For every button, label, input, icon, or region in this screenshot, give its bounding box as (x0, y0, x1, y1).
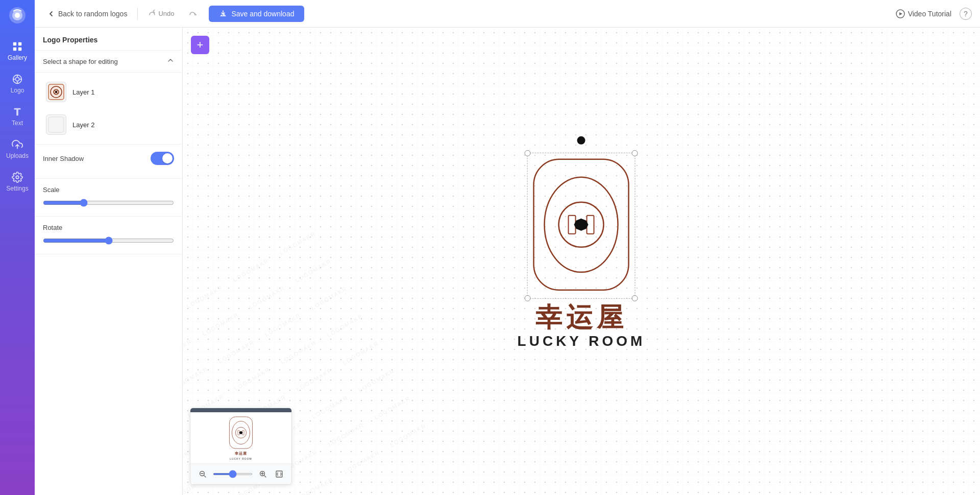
fit-screen-button[interactable] (273, 468, 285, 480)
logo-text-en: LUCKY ROOM (518, 332, 646, 350)
inner-shadow-section: Inner Shadow (35, 145, 182, 179)
selection-box (527, 152, 635, 298)
scale-section: Scale (35, 179, 182, 217)
thumbnail-logo (227, 415, 255, 450)
layer-1-name: Layer 1 (72, 88, 94, 96)
sidebar-item-settings-label: Settings (6, 185, 28, 192)
handle-bl[interactable] (525, 295, 531, 301)
rotate-section: Rotate (35, 217, 182, 254)
svg-rect-43 (276, 471, 282, 477)
save-button-label: Save and download (231, 10, 294, 18)
layer-1-item[interactable]: Layer 1 (41, 78, 176, 106)
app-logo (6, 4, 29, 27)
save-button[interactable]: Save and download (209, 6, 304, 22)
layer-2-item[interactable]: Layer 2 (41, 110, 176, 139)
svg-marker-29 (574, 218, 589, 230)
inner-shadow-row: Inner Shadow (43, 152, 174, 165)
properties-panel: Logo Properties Select a shape for editi… (35, 28, 183, 495)
zoom-in-button[interactable] (257, 468, 269, 480)
sidebar-item-gallery[interactable]: Gallery (0, 35, 35, 67)
logo-canvas[interactable]: 幸运屋 LUCKY ROOM (518, 152, 646, 350)
layers-list: Layer 1 Layer 2 (35, 73, 182, 145)
video-tutorial-label: Video Tutorial (908, 10, 951, 18)
handle-tr[interactable] (632, 150, 638, 156)
handle-br[interactable] (632, 295, 638, 301)
svg-rect-6 (18, 48, 21, 51)
help-button[interactable]: ? (960, 8, 972, 20)
svg-rect-23 (48, 117, 64, 132)
add-button-label: + (197, 39, 204, 51)
sidebar-item-text[interactable]: Text (0, 100, 35, 133)
layer-2-thumb (46, 114, 66, 135)
rotate-label: Rotate (43, 224, 174, 231)
sidebar-nav: Gallery Logo Text Uploads Settings (0, 0, 35, 495)
shape-selector[interactable]: Select a shape for editing (35, 51, 182, 73)
rotation-handle[interactable] (577, 136, 585, 144)
redo-button[interactable] (184, 7, 203, 20)
inner-shadow-toggle[interactable] (151, 152, 174, 165)
svg-point-8 (15, 77, 19, 81)
selection-container (527, 152, 635, 298)
svg-point-14 (16, 176, 19, 179)
back-button-label: Back to random logos (58, 10, 127, 18)
svg-marker-16 (899, 12, 902, 15)
logo-text-cn: 幸运屋 (535, 302, 627, 332)
layer-2-name: Layer 2 (72, 121, 94, 129)
topbar-right: Video Tutorial ? (896, 8, 972, 20)
scale-slider-container (43, 199, 174, 209)
chevron-up-icon (167, 57, 174, 66)
video-tutorial-button[interactable]: Video Tutorial (896, 9, 951, 18)
back-button[interactable]: Back to random logos (43, 7, 131, 21)
thumbnail-content: 幸运屋 LUCKY ROOM (190, 412, 291, 463)
svg-rect-5 (13, 48, 16, 51)
sidebar-item-uploads[interactable]: Uploads (0, 133, 35, 166)
logo-graphic (528, 153, 635, 296)
topbar-divider (137, 8, 138, 20)
canvas-area[interactable]: LOGOMAKR LOGOMAKR LOGOMAKR LOGOMAKR LOGO… (183, 28, 980, 495)
rotate-slider[interactable] (43, 237, 174, 245)
panel-title: Logo Properties (35, 28, 182, 51)
zoom-out-button[interactable] (197, 468, 209, 480)
thumbnail-footer (190, 463, 291, 484)
sidebar-item-gallery-label: Gallery (8, 54, 27, 61)
svg-point-2 (15, 13, 20, 18)
thumbnail-panel: 幸运屋 LUCKY ROOM (190, 408, 292, 485)
svg-rect-4 (18, 42, 21, 45)
layer-1-thumb (46, 82, 66, 102)
sidebar-item-text-label: Text (12, 120, 23, 127)
topbar: Back to random logos Undo Save and downl… (35, 0, 980, 28)
scale-label: Scale (43, 186, 174, 194)
add-button[interactable]: + (191, 36, 209, 54)
sidebar-item-logo[interactable]: Logo (0, 67, 35, 100)
thumbnail-header-bar (190, 408, 291, 412)
undo-button[interactable]: Undo (144, 7, 178, 20)
shape-selector-label: Select a shape for editing (43, 58, 118, 65)
svg-rect-3 (13, 42, 16, 45)
svg-line-40 (264, 476, 266, 477)
rotate-slider-container (43, 237, 174, 247)
sidebar-item-settings[interactable]: Settings (0, 166, 35, 198)
sidebar-item-uploads-label: Uploads (6, 152, 29, 159)
svg-line-37 (204, 476, 206, 477)
zoom-slider[interactable] (213, 473, 253, 475)
inner-shadow-label: Inner Shadow (43, 155, 84, 162)
sidebar-item-logo-label: Logo (11, 87, 24, 94)
scale-slider[interactable] (43, 199, 174, 207)
undo-label: Undo (158, 10, 174, 17)
help-label: ? (964, 10, 968, 18)
